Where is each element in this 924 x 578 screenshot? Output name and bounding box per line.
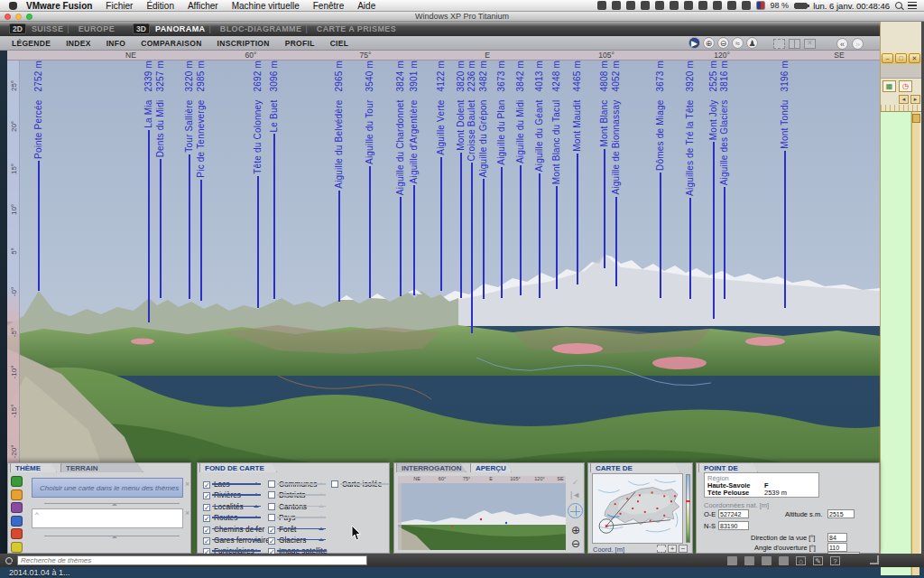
theme-dropdown[interactable]: Choisir une carte dans le menu des thème… — [32, 478, 183, 498]
theme-energy-icon[interactable] — [11, 542, 23, 553]
map-zoom-in-icon[interactable]: + — [668, 545, 677, 553]
tab-interrogation[interactable]: INTERROGATION — [396, 462, 467, 472]
layer-opacity-slider[interactable] — [277, 550, 326, 552]
print-icon[interactable] — [762, 556, 772, 565]
input-language-flag-icon[interactable] — [756, 1, 765, 10]
menu-machine-virtuelle[interactable]: Machine virtuelle — [232, 1, 300, 11]
close-view-button[interactable] — [804, 39, 816, 49]
apply-icon[interactable]: ✓ — [568, 478, 582, 489]
edit-button[interactable]: ✎ — [813, 556, 823, 565]
arrow-left-icon[interactable]: ◄ — [899, 95, 909, 104]
resize-handle[interactable] — [44, 503, 180, 504]
menu-info[interactable]: INFO — [106, 39, 126, 48]
theme-fauna-icon[interactable] — [11, 528, 23, 539]
clock-icon[interactable] — [670, 1, 679, 10]
split-view-button[interactable] — [789, 39, 800, 49]
next-view-button[interactable]: » — [852, 38, 864, 50]
menubar-clock[interactable]: lun. 6 janv. 00:48:46 — [813, 1, 890, 11]
previous-view-button[interactable]: « — [836, 38, 848, 50]
xp-document-area[interactable] — [881, 112, 911, 575]
xp-scroll-thumb[interactable] — [912, 114, 920, 123]
xp-clock-icon[interactable]: ◷ — [899, 80, 912, 92]
volume-icon[interactable] — [742, 1, 751, 10]
xp-maximize-icon[interactable]: □ — [895, 53, 907, 63]
resize-handle[interactable] — [44, 536, 180, 536]
pan-hand-button[interactable]: ≈ — [732, 37, 744, 49]
xp-scrollbar[interactable] — [911, 112, 919, 575]
layer-opacity-slider[interactable] — [277, 517, 326, 518]
oe-field[interactable] — [718, 509, 749, 518]
tab-theme[interactable]: THÈME — [10, 462, 57, 472]
clear-icon[interactable]: × — [185, 480, 189, 489]
angle-field[interactable] — [827, 543, 847, 552]
menu-fichier[interactable]: Fichier — [106, 1, 133, 11]
spotlight-icon[interactable] — [895, 2, 902, 9]
layer-opacity-slider[interactable] — [212, 550, 261, 552]
apple-menu-icon[interactable] — [9, 2, 17, 10]
home-button[interactable]: ⌂ — [796, 556, 806, 565]
checkbox-carte-isol-e[interactable] — [331, 480, 338, 488]
desktop-file-label[interactable]: 2014.01.04 à 1... — [9, 568, 70, 577]
nav-carte-a-prismes[interactable]: CARTE A PRISMES — [317, 24, 396, 33]
xp-minimize-icon[interactable]: – — [882, 53, 893, 63]
observer-position-button[interactable]: ♟ — [746, 37, 758, 49]
menu-afficher[interactable]: Afficher — [188, 1, 218, 11]
pan-control[interactable] — [568, 503, 583, 518]
help-button[interactable]: ? — [830, 556, 840, 565]
zoom-in-icon[interactable]: ⊕ — [569, 525, 582, 536]
menu-vmware-fusion[interactable]: VMware Fusion — [26, 1, 92, 11]
layer-opacity-slider[interactable] — [212, 483, 261, 485]
theme-search-input[interactable] — [17, 555, 367, 565]
menu-l-gende[interactable]: LÉGENDE — [12, 39, 51, 48]
xp-tool-icon[interactable]: ▦ — [882, 80, 896, 92]
layer-opacity-slider[interactable] — [277, 506, 326, 508]
ns-field[interactable] — [718, 521, 749, 530]
nav-suisse[interactable]: SUISSE — [32, 24, 63, 33]
open-file-icon[interactable] — [727, 556, 737, 565]
switzerland-map[interactable] — [592, 473, 683, 544]
vmware-titlebar[interactable]: Windows XP Pro Titanium — [0, 12, 924, 22]
menu-ciel[interactable]: CIEL — [330, 39, 349, 48]
nav-3d[interactable]: 3D — [133, 23, 150, 34]
spaces-icon[interactable] — [655, 1, 664, 10]
windows-icon[interactable] — [626, 1, 635, 10]
layer-opacity-slider[interactable] — [277, 483, 326, 485]
xp-close-icon[interactable]: ✕ — [909, 53, 920, 63]
theme-flags-icon[interactable] — [11, 516, 23, 527]
map-zoom-out-icon[interactable]: − — [679, 545, 688, 553]
resize-grip[interactable] — [870, 555, 879, 564]
layer-opacity-slider[interactable] — [277, 539, 326, 541]
vm-status-icon[interactable] — [597, 1, 606, 10]
direction-field[interactable] — [827, 533, 847, 542]
arrows-icon[interactable] — [641, 1, 650, 10]
layer-opacity-slider[interactable] — [212, 506, 261, 508]
zoom-out-icon[interactable]: ⊖ — [569, 538, 582, 550]
measure-frame-button[interactable] — [773, 39, 785, 49]
layer-opacity-slider[interactable] — [212, 539, 261, 541]
wifi-icon[interactable] — [727, 1, 736, 10]
timemachine-icon[interactable] — [684, 1, 693, 10]
layer-opacity-slider[interactable] — [340, 483, 389, 485]
tab-apercu[interactable]: APERÇU — [470, 462, 512, 472]
nav-bloc-diagramme[interactable]: BLOC-DIAGRAMME — [220, 24, 302, 33]
layer-opacity-slider[interactable] — [277, 528, 326, 530]
menu-inscription[interactable]: INSCRIPTION — [217, 39, 270, 48]
shield-icon[interactable] — [612, 1, 621, 10]
select-arrow-button[interactable]: ▶ — [688, 37, 700, 49]
menu--dition[interactable]: Édition — [146, 1, 174, 11]
tab-terrain[interactable]: TERRAIN — [60, 462, 143, 472]
menu-aide[interactable]: Aide — [357, 1, 375, 11]
theme-list-box[interactable]: ^ — [32, 508, 183, 528]
menu-index[interactable]: INDEX — [66, 39, 90, 48]
background-window[interactable]: – □ ✕ ▦ ◷ ◄ ► — [880, 22, 921, 554]
theme-geology-icon[interactable] — [11, 502, 23, 513]
notification-center-icon[interactable] — [908, 2, 917, 9]
screenshot-icon[interactable] — [744, 556, 754, 565]
nav-europe[interactable]: EUROPE — [79, 24, 115, 33]
back-icon[interactable]: |◄ — [568, 490, 582, 501]
nav-panorama[interactable]: PANORAMA — [155, 24, 206, 33]
layer-opacity-slider[interactable] — [212, 528, 261, 530]
frame-icon[interactable] — [657, 545, 666, 553]
altitude-field[interactable] — [827, 509, 855, 518]
dictation-icon[interactable] — [698, 1, 707, 10]
